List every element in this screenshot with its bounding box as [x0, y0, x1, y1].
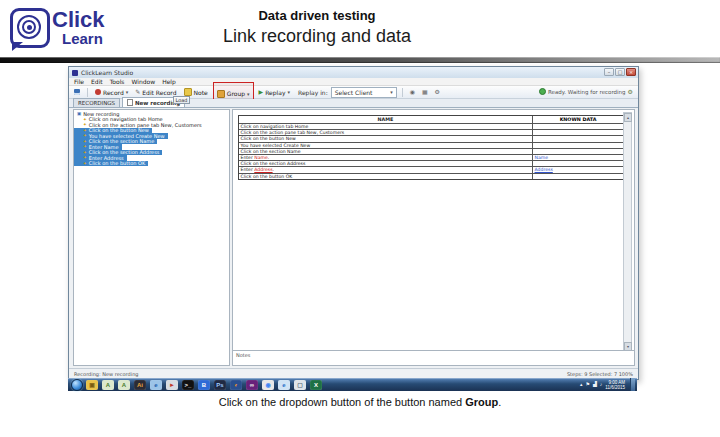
tree-item-label: Click on the button OK — [89, 160, 145, 166]
known-data-link[interactable]: Address — [535, 167, 553, 172]
browser-globe-icon[interactable]: e — [150, 380, 162, 390]
step-icon: ✦ — [83, 150, 87, 155]
status-gear-icon[interactable]: ⚙ — [628, 88, 633, 95]
menu-item-file[interactable]: File — [74, 78, 84, 86]
close-button[interactable]: × — [626, 68, 636, 76]
table-row[interactable]: Enter Name.Name — [239, 154, 623, 160]
step-name-cell: Click on the button OK — [239, 174, 533, 179]
load-button[interactable]: Load — [173, 96, 190, 104]
menu-item-window[interactable]: Window — [131, 78, 155, 86]
replay-button[interactable]: ▶ Replay ▾ — [257, 88, 292, 97]
chrome-icon[interactable]: ◉ — [262, 380, 274, 390]
group-button[interactable]: Group ▾ — [215, 89, 252, 99]
table-row[interactable]: Click on the action pane tab New, Custom… — [239, 129, 623, 135]
status-right-text: Steps: 9 Selected: 7 100% — [567, 371, 633, 377]
step-name-cell: Enter Address. — [239, 167, 533, 172]
firefox-icon[interactable]: ◐ — [230, 380, 242, 390]
data-link-table: NAMEKNOWN DATAClick on navigation tab Ho… — [238, 115, 624, 180]
data-link-panel: NAMEKNOWN DATAClick on navigation tab Ho… — [232, 109, 635, 366]
column-header-known-data: KNOWN DATA — [533, 116, 623, 123]
recording-icon: ▣ — [77, 111, 81, 116]
table-row[interactable]: Click on the button OK — [239, 173, 623, 179]
save-icon — [74, 89, 80, 95]
group-icon — [217, 90, 225, 98]
table-row[interactable]: Click on the section Name — [239, 148, 623, 154]
step-text: Click on the button OK — [241, 174, 293, 179]
action-center-flag-icon[interactable]: ⚑ — [585, 378, 589, 391]
tab-strip: RECORDINGS New recording — [69, 99, 638, 108]
grid-tool-button[interactable]: ▦ — [420, 88, 430, 96]
pencil-icon: ✎ — [135, 89, 140, 95]
record-button[interactable]: Record ▾ — [93, 88, 130, 97]
client-select[interactable]: Select Client ▾ — [331, 87, 397, 98]
volume-icon[interactable]: ♪ — [600, 378, 603, 391]
menu-item-tools[interactable]: Tools — [110, 78, 125, 86]
ready-green-dot-icon — [539, 88, 546, 95]
step-name-cell: Click on the button New — [239, 136, 533, 141]
window-icon[interactable]: ▢ — [294, 380, 306, 390]
play-icon: ▶ — [259, 89, 264, 95]
system-tray: ▴⚑▟♪ 9:00 AM 11/6/2015 — [580, 378, 635, 391]
table-row[interactable]: Enter Address.Address — [239, 166, 623, 172]
known-data-cell — [533, 161, 623, 166]
recording-steps-tree[interactable]: ▣New recording✦Click on navigation tab H… — [73, 109, 230, 366]
visual-studio-icon[interactable]: ∞ — [246, 380, 258, 390]
app-blue-icon[interactable]: B — [198, 380, 210, 390]
network-icon[interactable]: ▟ — [593, 378, 597, 391]
photoshop-icon[interactable]: Ps — [214, 380, 226, 390]
known-data-link[interactable]: Name — [535, 155, 549, 160]
ready-status: Ready. Waiting for recording ⚙ — [539, 88, 633, 95]
table-row[interactable]: Click on the section Address — [239, 160, 623, 166]
main-content: ▣New recording✦Click on navigation tab H… — [69, 108, 638, 368]
client-select-dropdown-icon[interactable]: ▾ — [390, 89, 393, 95]
table-row[interactable]: Click on the button New — [239, 135, 623, 141]
menu-item-help[interactable]: Help — [162, 78, 176, 86]
clicklearn-studio-window: ClickLearn Studio – □ × FileEditToolsWin… — [68, 66, 639, 380]
show-desktop-button[interactable] — [630, 378, 635, 391]
minimize-button[interactable]: – — [604, 68, 614, 76]
scroll-up-icon[interactable]: ▴ — [624, 113, 632, 122]
notes-section[interactable]: Notes — [233, 350, 634, 365]
ie-icon[interactable]: e — [278, 380, 290, 390]
known-data-cell — [533, 174, 623, 179]
step-name-cell: Click on the section Address — [239, 161, 533, 166]
edit-record-button[interactable]: ✎ Edit Record — [133, 88, 178, 97]
step-icon: ✦ — [83, 122, 87, 127]
illustrator-icon[interactable]: Ai — [134, 380, 146, 390]
start-button[interactable] — [71, 379, 83, 391]
table-row[interactable]: You have selected Create New — [239, 142, 623, 148]
step-text-period: . — [273, 167, 274, 172]
tab-recordings[interactable]: RECORDINGS — [73, 98, 120, 107]
terminal-icon[interactable]: >_ — [182, 380, 194, 390]
window-title: ClickLearn Studio — [81, 69, 133, 76]
app-chart-icon[interactable]: A — [102, 380, 114, 390]
pointer-tool-button[interactable]: ◉ — [408, 88, 417, 96]
known-data-cell — [533, 149, 623, 154]
hidden-icons-chevron-icon[interactable]: ▴ — [580, 378, 583, 391]
settings-button[interactable]: ⚙ — [433, 88, 442, 96]
step-data-value[interactable]: Name — [254, 155, 268, 160]
maximize-button[interactable]: □ — [615, 68, 625, 76]
record-dropdown-icon[interactable]: ▾ — [126, 89, 129, 95]
table-row[interactable]: Click on navigation tab Home — [239, 123, 623, 129]
step-name-cell: You have selected Create New — [239, 143, 533, 148]
taskbar-clock[interactable]: 9:00 AM 11/6/2015 — [605, 380, 627, 390]
notes-label: Notes — [233, 351, 634, 358]
vertical-scrollbar[interactable]: ▴ ▾ — [623, 112, 632, 352]
tree-item[interactable]: ✦Click on the button OK — [74, 161, 148, 167]
media-player-icon[interactable]: ► — [166, 380, 178, 390]
grid-icon: ▦ — [422, 89, 428, 95]
document-icon — [127, 99, 133, 106]
explorer-icon[interactable]: ▣ — [86, 380, 98, 390]
excel-icon[interactable]: X — [310, 380, 322, 390]
note-icon — [184, 88, 192, 96]
menu-item-edit[interactable]: Edit — [91, 78, 103, 86]
menu-bar: FileEditToolsWindowHelp — [69, 78, 638, 86]
group-dropdown-icon[interactable]: ▾ — [247, 91, 250, 97]
app-chart2-icon[interactable]: A — [118, 380, 130, 390]
step-data-value[interactable]: Address — [254, 167, 272, 172]
save-button[interactable] — [72, 88, 82, 96]
replay-dropdown-icon[interactable]: ▾ — [287, 89, 290, 95]
step-text: Enter — [241, 155, 255, 160]
step-text: Click on the section Address — [241, 161, 306, 166]
